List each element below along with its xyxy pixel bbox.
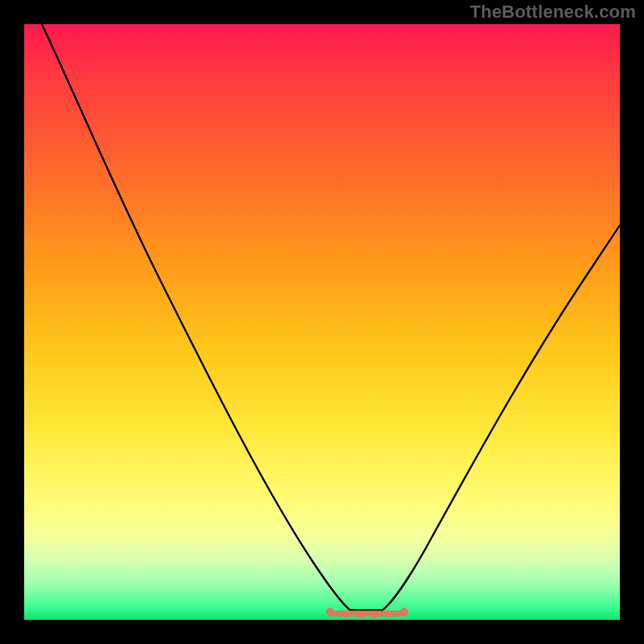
- plot-area: [24, 24, 620, 620]
- optimal-range-dot-left: [326, 608, 334, 616]
- optimal-range-dot: [343, 611, 349, 617]
- optimal-range-dot-right: [400, 608, 408, 616]
- optimal-range-dot: [372, 612, 378, 618]
- bottleneck-curve: [42, 24, 620, 610]
- optimal-range-dot: [386, 611, 393, 617]
- watermark-text: TheBottleneck.com: [470, 2, 636, 23]
- chart-frame: TheBottleneck.com: [0, 0, 644, 644]
- curve-svg: [24, 24, 620, 620]
- optimal-range-dot: [357, 612, 364, 618]
